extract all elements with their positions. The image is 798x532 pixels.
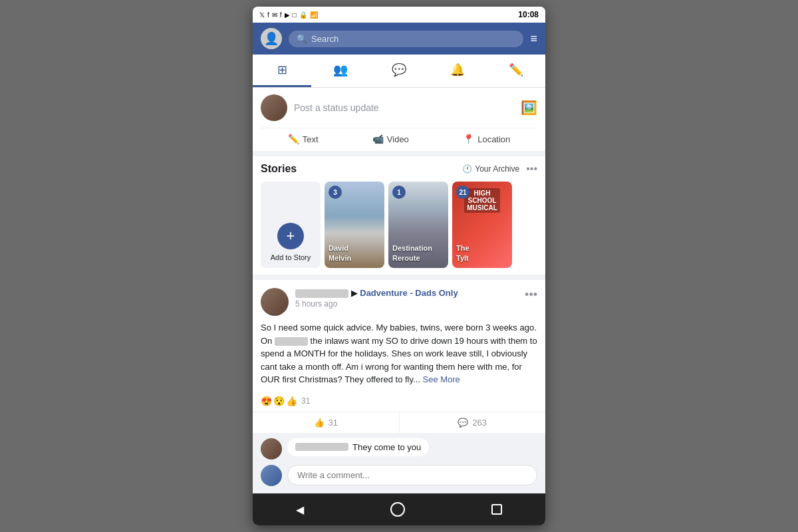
stories-title: Stories <box>261 163 297 175</box>
wifi-icon: 📶 <box>310 11 318 19</box>
compose-icon: ✏️ <box>509 63 523 77</box>
header-avatar[interactable]: 👤 <box>261 28 282 49</box>
reaction-count: 31 <box>301 396 310 406</box>
heart-eyes-emoji: 😍 <box>261 396 272 406</box>
comments-section: They come to you <box>253 433 545 491</box>
post-location-button[interactable]: 📍 Location <box>463 134 510 144</box>
commenter-avatar <box>261 438 282 460</box>
tab-home[interactable]: ⊞ <box>253 55 311 87</box>
mail-icon: ✉ <box>272 11 277 19</box>
messenger-icon: 💬 <box>392 63 406 77</box>
story-badge-david: 3 <box>329 186 342 199</box>
thumbs-up-icon: 👍 <box>314 418 325 428</box>
status-time: 10:08 <box>518 10 539 19</box>
photo-upload-button[interactable]: 🖼️ <box>521 100 537 116</box>
like-emoji: 👍 <box>286 396 297 406</box>
like-button[interactable]: 👍 31 <box>253 412 400 433</box>
post-more-button[interactable]: ••• <box>525 288 537 302</box>
stories-header-right: 🕐 Your Archive ••• <box>462 163 537 175</box>
reactions-row: 😍 😯 👍 31 <box>253 393 545 412</box>
tab-compose[interactable]: ✏️ <box>487 55 545 87</box>
bell-icon: 🔔 <box>450 63 465 77</box>
nav-tabs: ⊞ 👥 💬 🔔 ✏️ <box>253 55 545 88</box>
home-button[interactable] <box>390 502 405 517</box>
text-icon: ✏️ <box>288 134 299 144</box>
story-tylt[interactable]: HIGHSCHOOLMUSICAL 21 TheTylt <box>452 182 512 268</box>
post-arrow-icon: ▶ <box>351 288 360 298</box>
friends-icon: 👥 <box>333 63 348 77</box>
user-avatar <box>261 94 287 121</box>
archive-icon: 🕐 <box>462 164 472 174</box>
fb-icon: f <box>267 11 269 19</box>
comment-text: They come to you <box>352 442 421 452</box>
post-actions: ✏️ Text 📹 Video 📍 Location <box>261 134 537 144</box>
story-david[interactable]: 3 DavidMelvin <box>325 182 384 268</box>
story-name-tylt: TheTylt <box>456 243 469 263</box>
feed-post: ▶ Dadventure - Dads Only 5 hours ago •••… <box>253 280 545 491</box>
see-more-link[interactable]: See More <box>422 374 460 384</box>
status-bar: 𝕏 f ✉ f ▶ □ 🔒 📶 10:08 <box>253 7 545 23</box>
comment-input-row <box>261 465 537 486</box>
post-group-name[interactable]: Dadventure - Dads Only <box>360 288 458 298</box>
menu-button[interactable]: ≡ <box>530 32 537 46</box>
commenter-name-blur <box>295 443 348 451</box>
location-pin-icon: 📍 <box>463 134 474 144</box>
add-story-label: Add to Story <box>271 253 311 261</box>
back-button[interactable]: ◀ <box>296 503 304 516</box>
status-icons-left: 𝕏 f ✉ f ▶ □ 🔒 📶 <box>259 11 318 19</box>
stories-row: + Add to Story 3 DavidMelvin 1 Destinati… <box>261 182 537 268</box>
comment-row: They come to you <box>261 438 537 460</box>
archive-label: Your Archive <box>475 164 519 174</box>
text-label: Text <box>303 134 319 144</box>
lock-icon: 🔒 <box>299 11 307 19</box>
post-video-button[interactable]: 📹 Video <box>372 134 409 144</box>
recents-button[interactable] <box>491 504 502 515</box>
tab-messenger[interactable]: 💬 <box>370 55 428 87</box>
story-badge-tylt: 21 <box>456 186 469 199</box>
current-user-avatar <box>261 465 282 486</box>
home-icon: ⊞ <box>277 63 287 77</box>
post-meta: ▶ Dadventure - Dads Only 5 hours ago <box>295 288 518 309</box>
tab-friends[interactable]: 👥 <box>311 55 370 87</box>
facebook-header: 👤 🔍 Search ≡ <box>253 23 545 55</box>
search-placeholder: Search <box>311 34 338 44</box>
post-box: Post a status update 🖼️ ✏️ Text 📹 Video … <box>253 88 545 151</box>
stories-section: Stories 🕐 Your Archive ••• + Add to Stor… <box>253 156 545 275</box>
story-destination[interactable]: 1 DestinationReroute <box>388 182 448 268</box>
comment-button[interactable]: 💬 263 <box>400 412 546 433</box>
search-bar[interactable]: 🔍 Search <box>289 31 523 47</box>
stories-more-button[interactable]: ••• <box>526 163 537 175</box>
main-content: Post a status update 🖼️ ✏️ Text 📹 Video … <box>253 88 545 493</box>
screen-icon: □ <box>293 11 297 19</box>
search-icon: 🔍 <box>297 34 307 44</box>
author-name-blur <box>295 289 348 298</box>
post-input-row: Post a status update 🖼️ <box>261 94 537 128</box>
location-label: Location <box>477 134 510 144</box>
post-blur-1 <box>275 337 308 346</box>
video-icon: ▶ <box>285 11 290 19</box>
like-count: 31 <box>329 418 338 428</box>
comment-bubble: They come to you <box>287 438 429 456</box>
comment-count: 263 <box>472 418 487 428</box>
post-header: ▶ Dadventure - Dads Only 5 hours ago ••• <box>253 280 545 321</box>
post-author-name: ▶ Dadventure - Dads Only <box>295 288 518 298</box>
your-archive-button[interactable]: 🕐 Your Archive <box>462 164 519 174</box>
twitter-icon: 𝕏 <box>259 11 265 19</box>
story-name-destination: DestinationReroute <box>392 243 432 263</box>
video-camera-icon: 📹 <box>372 134 384 144</box>
video-label: Video <box>387 134 409 144</box>
post-author-avatar <box>261 288 289 316</box>
story-badge-destination: 1 <box>392 186 406 199</box>
add-story-plus-icon: + <box>277 223 304 249</box>
story-name-david: DavidMelvin <box>329 243 351 263</box>
post-body: So I need some quick advice. My babies, … <box>253 321 545 393</box>
add-to-story-card[interactable]: + Add to Story <box>261 182 321 268</box>
comment-input[interactable] <box>287 465 537 485</box>
post-placeholder[interactable]: Post a status update <box>294 102 514 113</box>
android-nav-bar: ◀ <box>253 493 545 525</box>
wow-emoji: 😯 <box>273 396 285 406</box>
fb2-icon: f <box>280 11 282 19</box>
post-text-button[interactable]: ✏️ Text <box>288 134 319 144</box>
tab-notifications[interactable]: 🔔 <box>428 55 487 87</box>
post-actions-bar: 👍 31 💬 263 <box>253 412 545 433</box>
